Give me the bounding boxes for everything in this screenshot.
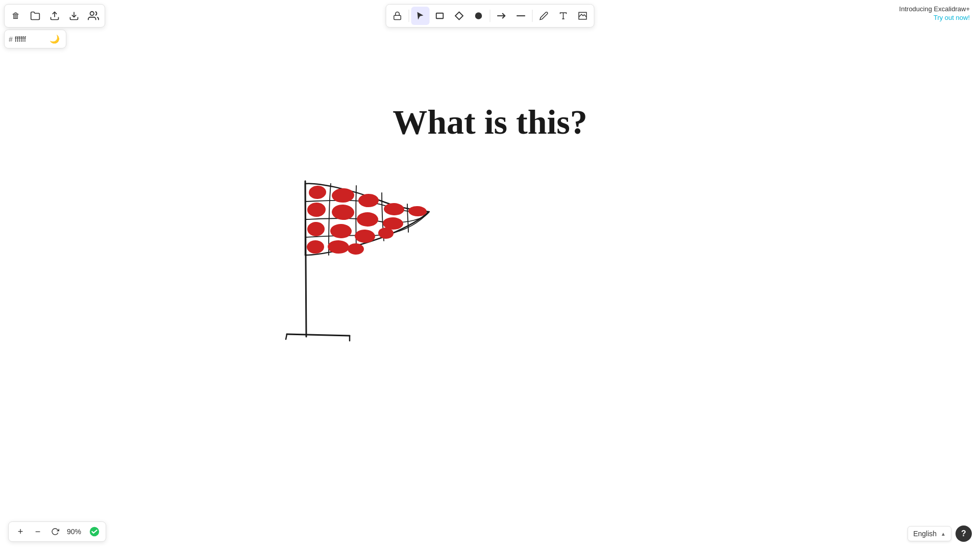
flag-top-edge [305, 184, 429, 212]
drawing-text: What is this? [393, 102, 587, 142]
flag-bottom-edge [305, 212, 429, 255]
language-chevron-icon: ▲ [941, 531, 946, 537]
help-button[interactable]: ? [955, 525, 972, 542]
red-blob-r1c2 [332, 188, 355, 203]
zoom-reset-button[interactable] [47, 524, 63, 539]
flag-grid-v4 [407, 204, 408, 232]
red-blob-r2c3 [357, 212, 378, 227]
red-blob-r4c2 [328, 240, 350, 254]
canvas-area[interactable]: What is this? [0, 0, 980, 551]
flag-pole [305, 181, 306, 337]
red-blob-r3c1 [307, 221, 325, 236]
red-blob-r3c3 [355, 229, 376, 243]
zoom-level-display: 90% [65, 528, 83, 536]
save-status-indicator [87, 524, 102, 539]
flag-grid-v3 [382, 193, 384, 241]
red-blob-r3c4 [378, 227, 394, 239]
red-blob-r1c4 [384, 203, 405, 215]
red-blob-r2c2 [331, 204, 354, 220]
red-blob-r3c2 [330, 224, 352, 239]
red-blob-r1c3 [358, 194, 379, 208]
red-blob-r2c4 [383, 217, 404, 230]
language-label: English [913, 530, 937, 538]
red-blob-r4c1 [307, 240, 324, 254]
red-blob-r1c1 [308, 185, 326, 199]
zoom-out-button[interactable]: − [30, 524, 45, 539]
flag-base-left [286, 334, 287, 339]
flag-grid-v2 [356, 186, 356, 250]
zoom-in-button[interactable]: + [13, 524, 28, 539]
language-selector[interactable]: English ▲ [908, 526, 951, 541]
flag-grid-v1 [329, 184, 331, 255]
bottom-right-controls: English ▲ ? [908, 525, 972, 542]
red-blob-r2c1 [307, 202, 326, 217]
drawing-canvas[interactable] [0, 0, 980, 551]
red-blob-r1c5 [408, 206, 427, 217]
flag-grid-h3 [305, 212, 429, 237]
flag-grid-h2 [305, 212, 429, 222]
flag-base [287, 334, 350, 336]
flag-grid-h1 [305, 201, 429, 212]
red-blob-r4c3 [348, 243, 364, 255]
bottom-controls: + − 90% [8, 521, 106, 542]
